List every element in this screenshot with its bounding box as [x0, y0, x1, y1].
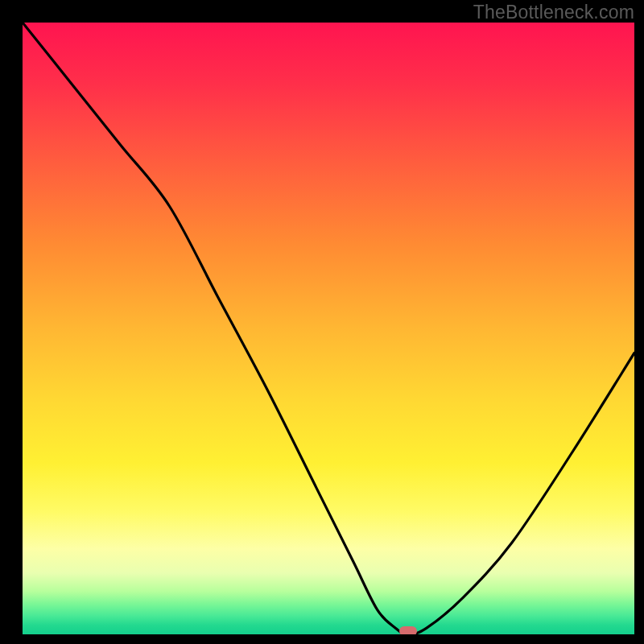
curve-svg — [23, 23, 634, 634]
bottleneck-curve-path — [23, 23, 634, 634]
watermark-text: TheBottleneck.com — [473, 2, 634, 23]
plot-area — [23, 23, 634, 634]
optimum-marker — [399, 626, 417, 634]
chart-stage: TheBottleneck.com — [0, 0, 644, 644]
